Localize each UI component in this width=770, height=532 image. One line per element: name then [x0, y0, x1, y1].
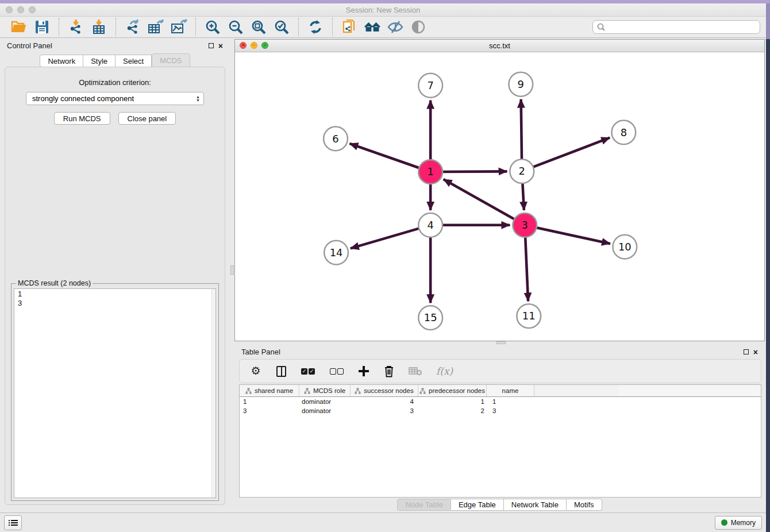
hide-graphics-icon[interactable]: [387, 18, 404, 36]
float-panel-icon[interactable]: [744, 349, 749, 354]
deselect-all-columns-icon[interactable]: [329, 364, 344, 378]
vertical-splitter[interactable]: [230, 38, 234, 512]
criterion-select[interactable]: strongly connected component ▲▼: [26, 92, 204, 105]
edge-2-8[interactable]: [533, 138, 610, 167]
search-input[interactable]: [606, 23, 756, 31]
graph-node-1[interactable]: 1: [418, 160, 442, 184]
network-close-button[interactable]: ✕: [240, 42, 247, 49]
graph-node-6[interactable]: 6: [324, 126, 348, 151]
horizontal-splitter[interactable]: [234, 341, 765, 345]
zoom-window-button[interactable]: [29, 6, 36, 13]
tab-network-table[interactable]: Network Table: [504, 499, 567, 511]
edge-3-11[interactable]: [525, 237, 528, 302]
zoom-out-icon[interactable]: [227, 18, 244, 36]
cell-predecessor-nodes[interactable]: 2: [418, 407, 487, 414]
graph-node-3[interactable]: 3: [513, 213, 537, 237]
save-session-icon[interactable]: [33, 18, 51, 36]
edge-3-10[interactable]: [537, 228, 610, 244]
import-network-icon[interactable]: [67, 18, 84, 36]
cell-successor-nodes[interactable]: 3: [351, 407, 418, 414]
desktop-background-right: [766, 3, 770, 532]
show-graphics-icon[interactable]: [410, 18, 427, 36]
select-all-columns-icon[interactable]: ✓✓: [301, 364, 315, 378]
network-canvas[interactable]: 7968124314101511: [235, 52, 764, 341]
edge-1-2[interactable]: [442, 171, 507, 172]
cell-name[interactable]: 3: [487, 407, 534, 414]
column-header-name[interactable]: name: [487, 385, 534, 396]
close-panel-button[interactable]: Close panel: [118, 112, 176, 125]
open-session-icon[interactable]: [10, 18, 28, 36]
graph-node-7[interactable]: 7: [418, 74, 442, 98]
tab-select[interactable]: Select: [116, 55, 152, 67]
tab-edge-table[interactable]: Edge Table: [451, 499, 504, 511]
import-table-icon[interactable]: [90, 18, 107, 36]
edge-2-9[interactable]: [521, 99, 522, 160]
network-graph[interactable]: 7968124314101511: [235, 52, 764, 341]
delete-column-icon[interactable]: [383, 364, 395, 378]
table-toolbar: ⚙ ✓✓ f(x): [239, 359, 761, 383]
column-header-mcds-role[interactable]: MCDS role: [299, 385, 351, 396]
cell-predecessor-nodes[interactable]: 1: [418, 398, 487, 405]
cell-shared-name[interactable]: 1: [240, 398, 299, 405]
tab-style[interactable]: Style: [83, 55, 116, 67]
network-window-titlebar[interactable]: ✕ − + scc.txt: [235, 40, 764, 52]
search-field[interactable]: [592, 20, 760, 34]
export-network-icon[interactable]: [124, 18, 141, 36]
export-image-icon[interactable]: [170, 18, 187, 36]
graph-node-8[interactable]: 8: [611, 121, 636, 145]
tab-node-table[interactable]: Node Table: [397, 499, 451, 511]
float-panel-icon[interactable]: [209, 43, 214, 48]
column-header-shared-name[interactable]: shared name: [240, 385, 299, 396]
minimize-window-button[interactable]: [17, 6, 24, 13]
edge-3-1[interactable]: [444, 179, 514, 219]
close-window-button[interactable]: [6, 6, 13, 13]
zoom-fit-icon[interactable]: [250, 18, 267, 36]
graph-node-11[interactable]: 11: [517, 304, 541, 328]
graph-node-10[interactable]: 10: [613, 235, 637, 259]
add-column-icon[interactable]: [358, 364, 369, 378]
splitter-handle[interactable]: [496, 341, 506, 344]
home-icon[interactable]: [364, 18, 381, 36]
tab-network[interactable]: Network: [40, 55, 83, 67]
edge-4-14[interactable]: [351, 229, 419, 249]
cell-successor-nodes[interactable]: 4: [351, 398, 418, 405]
column-header-predecessor-nodes[interactable]: predecessor nodes: [418, 385, 487, 396]
zoom-selected-icon[interactable]: [273, 18, 290, 36]
close-panel-icon[interactable]: ×: [753, 349, 758, 355]
graph-node-2[interactable]: 2: [510, 159, 534, 183]
graph-node-9[interactable]: 9: [509, 72, 533, 97]
splitter-handle[interactable]: [230, 265, 234, 275]
node-table[interactable]: shared nameMCDS rolesuccessor nodesprede…: [239, 384, 761, 498]
cell-mcds-role[interactable]: dominator: [299, 398, 351, 405]
duplicate-network-icon[interactable]: [341, 18, 358, 36]
edge-1-6[interactable]: [349, 144, 419, 168]
network-minimize-button[interactable]: −: [251, 42, 257, 49]
run-mcds-button[interactable]: Run MCDS: [54, 112, 110, 125]
function-builder-icon-disabled: f(x): [436, 364, 453, 378]
task-history-button[interactable]: [4, 515, 22, 530]
edge-2-3[interactable]: [522, 183, 523, 210]
result-line: 1: [18, 290, 212, 299]
graph-node-15[interactable]: 15: [418, 306, 442, 330]
gear-icon[interactable]: ⚙: [250, 364, 261, 378]
tab-mcds[interactable]: MCDS: [152, 53, 190, 67]
result-scrollbar[interactable]: [211, 289, 215, 498]
close-panel-icon[interactable]: ×: [218, 43, 223, 49]
mcds-result-text[interactable]: 13: [14, 288, 216, 498]
cell-shared-name[interactable]: 3: [240, 407, 299, 414]
zoom-in-icon[interactable]: [204, 18, 221, 36]
export-table-icon[interactable]: [147, 18, 164, 36]
refresh-layout-icon[interactable]: [307, 18, 324, 36]
network-zoom-button[interactable]: +: [261, 42, 268, 49]
table-row[interactable]: 3dominator323: [240, 406, 761, 415]
split-columns-icon[interactable]: [275, 364, 287, 378]
column-header-successor-nodes[interactable]: successor nodes: [351, 385, 418, 396]
svg-text:2: 2: [519, 165, 525, 177]
memory-button[interactable]: Memory: [715, 516, 762, 530]
cell-name[interactable]: 1: [487, 398, 534, 405]
table-row[interactable]: 1dominator411: [240, 397, 761, 406]
graph-node-4[interactable]: 4: [418, 213, 442, 237]
tab-motifs[interactable]: Motifs: [567, 499, 602, 511]
graph-node-14[interactable]: 14: [324, 241, 348, 265]
cell-mcds-role[interactable]: dominator: [299, 407, 351, 414]
